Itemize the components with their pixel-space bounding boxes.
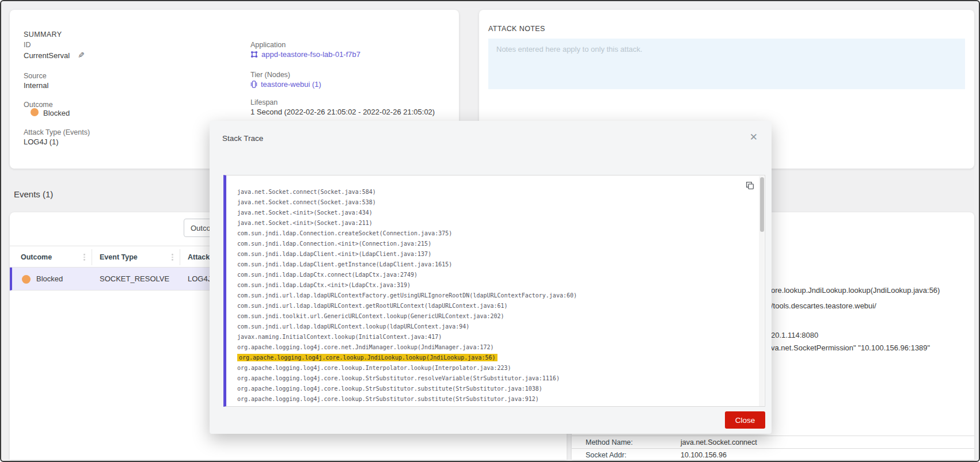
row-attack-type-cell: LOG4J	[188, 268, 211, 291]
stack-line: java.net.Socket.connect(Socket.java:584)	[237, 187, 747, 197]
stack-line: com.sun.jndi.ldap.Connection.<init>(Conn…	[237, 239, 747, 249]
stack-line: org.apache.logging.log4j.core.lookup.Str…	[237, 404, 747, 407]
stack-line: org.apache.logging.log4j.core.lookup.Int…	[237, 363, 747, 373]
source-value: Internal	[24, 81, 48, 90]
detail-row-socket-addr: Socket Addr: 10.100.156.96	[572, 448, 974, 461]
lifespan-label: Lifespan	[250, 98, 278, 106]
column-separator[interactable]	[180, 249, 180, 265]
column-header-event-type[interactable]: Event Type	[100, 246, 138, 268]
row-event-type-cell: SOCKET_RESOLVE	[100, 268, 169, 291]
socket-addr-value: 10.100.156.96	[681, 451, 727, 459]
source-label: Source	[24, 72, 47, 80]
application-label: Application	[250, 41, 286, 49]
stack-line: com.sun.jndi.url.ldap.ldapURLContext.get…	[237, 301, 747, 311]
close-button[interactable]: Close	[725, 411, 765, 429]
stack-line: javax.naming.InitialContext.lookup(Initi…	[237, 332, 747, 342]
stack-line: org.apache.logging.log4j.core.lookup.Str…	[237, 373, 747, 384]
stack-line: org.apache.logging.log4j.core.lookup.Str…	[237, 384, 747, 394]
tier-link-text: teastore-webui (1)	[261, 80, 321, 89]
stack-line: org.apache.logging.log4j.core.lookup.Str…	[237, 394, 747, 404]
attack-notes-input[interactable]	[488, 39, 965, 89]
events-heading: Events (1)	[14, 189, 53, 199]
scrollbar-thumb[interactable]	[760, 177, 764, 232]
application-link-text: appd-teastore-fso-lab-01-f7b7	[261, 50, 360, 59]
application-link[interactable]: appd-teastore-fso-lab-01-f7b7	[250, 50, 360, 59]
id-label: ID	[24, 41, 31, 49]
column-header-outcome[interactable]: Outcome	[21, 246, 52, 268]
edit-pencil-icon[interactable]: ✎	[78, 51, 85, 60]
stack-trace-code-block: java.net.Socket.connect(Socket.java:584)…	[223, 175, 765, 407]
stack-line: com.sun.jndi.ldap.Connection.createSocke…	[237, 228, 747, 239]
tier-node-icon	[250, 81, 257, 88]
outcome-label: Outcome	[24, 101, 53, 109]
attack-type-value: LOG4J (1)	[24, 138, 59, 146]
tier-label: Tier (Nodes)	[250, 71, 290, 79]
column-grip-icon[interactable]	[83, 254, 85, 261]
id-value-row: CurrentServal ✎	[24, 51, 85, 60]
stack-line: java.net.Socket.connect(Socket.java:538)	[237, 197, 747, 208]
column-grip-icon[interactable]	[172, 254, 173, 261]
detail-fragment-socket-permission: va.net.SocketPermission" "10.100.156.96:…	[771, 343, 930, 352]
stack-line: com.sun.jndi.url.ldap.ldapURLContextFact…	[237, 291, 747, 301]
row-outcome-cell: Blocked	[36, 268, 63, 291]
app-window: SUMMARY ID CurrentServal ✎ Source Intern…	[0, 0, 980, 462]
attack-type-label: Attack Type (Events)	[24, 128, 90, 136]
outcome-value: Blocked	[43, 109, 70, 117]
column-separator[interactable]	[92, 249, 92, 265]
stack-line: org.apache.logging.log4j.core.net.JndiMa…	[237, 342, 747, 353]
stack-line: com.sun.jndi.ldap.LdapClient.getInstance…	[237, 259, 747, 270]
attack-notes-title: ATTACK NOTES	[488, 25, 545, 33]
outcome-blocked-dot	[31, 108, 39, 116]
stack-line: com.sun.jndi.url.ldap.ldapURLContext.loo…	[237, 322, 747, 332]
lifespan-value: 1 Second (2022-02-26 21:05:02 - 2022-02-…	[250, 108, 435, 116]
detail-fragment-stack-frame: ore.lookup.JndiLookup.lookup(JndiLookup.…	[771, 286, 940, 295]
stack-line: com.sun.jndi.ldap.LdapCtx.connect(LdapCt…	[237, 270, 747, 280]
row-outcome-blocked-dot	[22, 275, 31, 284]
stack-trace-modal: Stack Trace ✕ java.net.Socket.connect(So…	[210, 121, 772, 434]
modal-title: Stack Trace	[222, 134, 263, 143]
method-name-label: Method Name:	[586, 438, 633, 446]
close-x-icon[interactable]: ✕	[750, 132, 758, 142]
detail-row-method-name: Method Name: java.net.Socket.connect	[572, 436, 974, 448]
stack-line: com.sun.jndi.ldap.LdapCtx.<init>(LdapCtx…	[237, 280, 747, 291]
copy-icon[interactable]	[746, 181, 754, 192]
socket-addr-label: Socket Addr:	[586, 451, 626, 459]
method-name-value: java.net.Socket.connect	[681, 438, 757, 446]
stack-line: com.sun.jndi.ldap.LdapClient.<init>(Ldap…	[237, 249, 747, 259]
detail-fragment-context-path: /tools.descartes.teastore.webui/	[771, 301, 876, 310]
stack-line: java.net.Socket.<init>(Socket.java:211)	[237, 218, 747, 228]
tier-link[interactable]: teastore-webui (1)	[250, 80, 321, 89]
stack-line: com.sun.jndi.toolkit.url.GenericURLConte…	[237, 311, 747, 322]
stack-line: java.net.Socket.<init>(Socket.java:434)	[237, 208, 747, 218]
id-value: CurrentServal	[24, 51, 70, 60]
application-icon	[250, 51, 258, 58]
stack-line-highlighted: org.apache.logging.log4j.core.lookup.Jnd…	[237, 353, 747, 363]
detail-fragment-address: 20.1.114:8080	[771, 331, 818, 339]
summary-title: SUMMARY	[24, 30, 62, 39]
